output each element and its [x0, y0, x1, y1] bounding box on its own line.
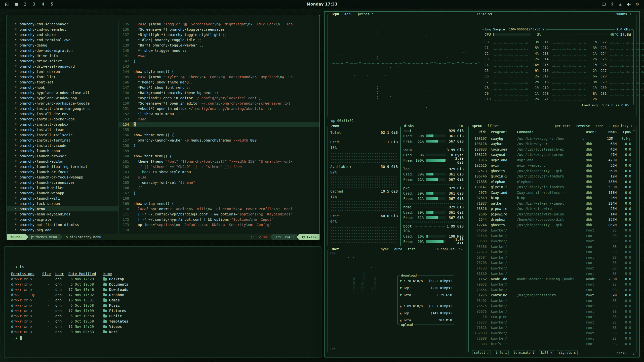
- process-row[interactable]: 1162avahi-daavahi-daemon: running [avahi…: [471, 276, 631, 282]
- process-row[interactable]: 71835elephantelephantdhh385M0.0: [471, 179, 631, 185]
- code-line[interactable]: 169show_setup_menu() {: [119, 201, 319, 206]
- file-item[interactable]: *omarchy-cmd-screensaver: [7, 21, 118, 27]
- btop-window[interactable]: 1cpu menu preset * 17:32:59 - 2000ms + ⠀…: [324, 11, 640, 357]
- process-row[interactable]: 106746glycin-i/usr/lib/glycin-loadersdhh…: [471, 174, 631, 179]
- code-line[interactable]: 164 else: [119, 174, 319, 180]
- file-item[interactable]: *omarchy-drive-set-password: [7, 64, 118, 69]
- code-line[interactable]: 161 theme=$(menu "Font" "$(omarchy-font-…: [119, 159, 319, 164]
- file-item[interactable]: *omarchy-font-set: [7, 79, 118, 85]
- code-line[interactable]: 140 *) show_trigger_menu ;;: [119, 48, 319, 53]
- sort-selector[interactable]: ‹ cpu lazy ›: [608, 124, 634, 128]
- process-row[interactable]: 68402kworker/root0B0.0: [471, 298, 631, 303]
- process-row[interactable]: 71837walker/usr/bin/walker --gappldhh324…: [471, 201, 631, 206]
- scroll-down-arrow[interactable]: ↓: [631, 352, 635, 355]
- code-line[interactable]: 145 case $(menu "Style" "◐ Theme\n◆ Font…: [119, 74, 319, 79]
- file-item[interactable]: *omarchy-notification-dismiss: [7, 222, 118, 227]
- directory-name[interactable]: Documents: [103, 282, 321, 287]
- btop-preset-button[interactable]: preset *: [357, 12, 375, 16]
- process-row[interactable]: 102616nvimnvim --embed .dhh56M0.0: [471, 163, 631, 168]
- process-row[interactable]: 108147glycin-i/usr/lib/glycin-loadersdhh…: [471, 185, 631, 190]
- workspace-1-indicator-icon[interactable]: [15, 3, 18, 6]
- column-header-command[interactable]: Command:: [517, 130, 586, 134]
- file-item[interactable]: *omarchy-menu: [7, 206, 118, 211]
- workspace-button[interactable]: 3: [33, 2, 35, 7]
- process-row[interactable]: 74869kworker/root0B0.0: [471, 228, 631, 233]
- directory-name[interactable]: Games: [103, 298, 321, 303]
- file-item[interactable]: *omarchy-install-chromium-google-a: [7, 106, 118, 111]
- file-item[interactable]: *omarchy-menu-keybindings: [7, 211, 118, 217]
- file-item[interactable]: *omarchy-install-steam: [7, 127, 118, 132]
- code-line[interactable]: 139 *Bar*) omarchy-toggle-waybar ;;: [119, 42, 319, 48]
- screencast-icon[interactable]: [602, 2, 606, 6]
- code-line[interactable]: 157 omarchy-launch-walker -m menus:omarc…: [119, 138, 319, 143]
- code-line[interactable]: 147 *Font*) show_font_menu ;;: [119, 85, 319, 90]
- select-button[interactable]: select ↵: [472, 350, 491, 355]
- file-item[interactable]: *omarchy-launch-webapp: [7, 190, 118, 196]
- code-line[interactable]: 172 [ -f ~/.config/hypr/input.conf ] && …: [119, 217, 319, 222]
- file-item[interactable]: *omarchy-font-current: [7, 69, 118, 74]
- column-header-cpu%[interactable]: Cpu%: [617, 130, 631, 134]
- file-item[interactable]: *omarchy-drive-select: [7, 58, 118, 64]
- download-icon[interactable]: [618, 2, 622, 6]
- process-row[interactable]: 1916HyprlandHyprlanddhh423M0.1: [471, 157, 631, 163]
- process-row[interactable]: 16rcu_preeroot0B0.0: [471, 314, 631, 320]
- file-item[interactable]: *omarchy-install-dev-env: [7, 111, 118, 116]
- file-item[interactable]: *omarchy-install-vscode: [7, 143, 118, 148]
- signals-button[interactable]: signals s: [557, 350, 578, 355]
- directory-name[interactable]: Downloads: [103, 287, 321, 292]
- io-tab[interactable]: io: [458, 124, 464, 128]
- tree-toggle[interactable]: tree: [594, 124, 605, 128]
- code-line[interactable]: 149 *Hyprland*) open_in_editor ~/.config…: [119, 95, 319, 101]
- directory-name[interactable]: Templates: [103, 319, 321, 324]
- code-line[interactable]: 144show_style_menu() {: [119, 69, 319, 74]
- scroll-up-arrow[interactable]: ↑: [633, 129, 635, 132]
- process-row[interactable]: 803btrfs-trroot0B0.0: [471, 341, 631, 347]
- code-line[interactable]: 142}: [119, 58, 319, 64]
- process-row[interactable]: 108107swaybg/usr/bin/swaybg -i /homdhh12…: [471, 136, 631, 141]
- workspace-button[interactable]: 2: [24, 2, 26, 7]
- code-line[interactable]: 137 *Nightlight*) omarchy-toggle-nightli…: [119, 32, 319, 37]
- file-item[interactable]: *omarchy-lock-screen: [7, 201, 118, 206]
- directory-name[interactable]: Public: [103, 313, 321, 319]
- process-row[interactable]: 12244ghostty/usr/bin/ghostty --gtk-dhh86…: [471, 222, 631, 228]
- file-item[interactable]: *omarchy-debug: [7, 42, 118, 48]
- bluetooth-icon[interactable]: [611, 2, 614, 7]
- file-item[interactable]: *omarchy-hyprland-window-close-all: [7, 90, 118, 95]
- network-interface[interactable]: ‹b enp191s0 n›: [433, 247, 464, 251]
- process-row[interactable]: 63816pipewire/usr/bin/pipewiredhh25M0.0: [471, 206, 631, 212]
- code-line[interactable]: 167}: [119, 190, 319, 196]
- code-line[interactable]: 171 [ -f ~/.config/hypr/bindings.conf ] …: [119, 211, 319, 217]
- process-row[interactable]: 72088kworker/root0B0.0: [471, 336, 631, 341]
- file-item[interactable]: *omarchy-launch-about: [7, 148, 118, 153]
- process-row[interactable]: 108116waybar/usr/bin/waybardhh68M0.0: [471, 141, 631, 147]
- terminal-app-icon[interactable]: [5, 2, 9, 7]
- code-line[interactable]: 166 fi: [119, 185, 319, 190]
- process-row[interactable]: 1275containe/usr/bin/containerdroot52M0.…: [471, 293, 631, 298]
- process-row[interactable]: 95673kworker/root0B0.0: [471, 309, 631, 314]
- process-row[interactable]: 81310kworker/root0B0.0: [471, 271, 631, 277]
- file-item[interactable]: *omarchy-hook: [7, 85, 118, 90]
- net-zero-tab[interactable]: zero: [407, 247, 417, 251]
- code-line[interactable]: 165 omarchy-font-set "$theme": [119, 180, 319, 185]
- process-row[interactable]: 79032kworker/root0B0.0: [471, 282, 631, 287]
- per-core-toggle[interactable]: per-core: [553, 124, 572, 128]
- process-row[interactable]: 76577kworker/root0B0.0: [471, 320, 631, 325]
- column-header-memb[interactable]: MemB: [601, 130, 617, 134]
- reverse-toggle[interactable]: reverse: [575, 124, 591, 128]
- code-line[interactable]: 173 options="$options\n▦ Defaults\n◈ DNS…: [119, 222, 319, 227]
- code-line[interactable]: 168: [119, 196, 319, 201]
- process-row[interactable]: 87573ghostty/usr/bin/ghostty --gtk-dhh36…: [471, 168, 631, 174]
- file-item[interactable]: *omarchy-install-tailscale: [7, 132, 118, 138]
- process-row[interactable]: 76575kworker/root0B0.0: [471, 303, 631, 309]
- file-item[interactable]: *omarchy-launch-screensaver: [7, 180, 118, 185]
- code-line[interactable]: 159: [119, 148, 319, 153]
- code-pane[interactable]: 135 case $(menu "Toggle" "▣ Screensaver\…: [119, 21, 319, 234]
- file-item[interactable]: *omarchy-launch-walker: [7, 185, 118, 190]
- file-item[interactable]: *omarchy-migrate: [7, 217, 118, 222]
- file-item[interactable]: *omarchy-launch-browser: [7, 153, 118, 159]
- process-row[interactable]: 2075XwaylandXwayland :1 -rootless -dhh11…: [471, 190, 631, 195]
- process-row[interactable]: 94540kworker/root0B0.0: [471, 233, 631, 239]
- code-line[interactable]: 138 *Idle*) omarchy-toggle-idle ;;: [119, 37, 319, 42]
- file-item[interactable]: *omarchy-dev-add-migration: [7, 48, 118, 53]
- process-row[interactable]: 73703kworker/root0B0.0: [471, 260, 631, 266]
